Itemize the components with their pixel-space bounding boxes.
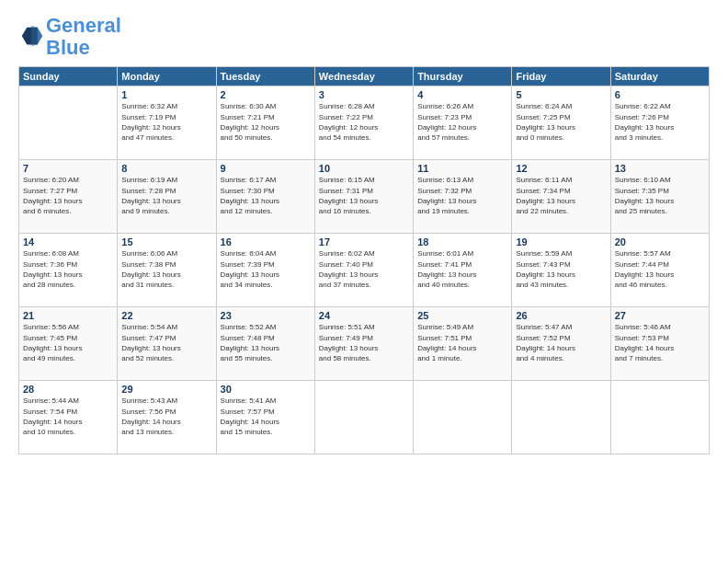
calendar-week-1: 1Sunrise: 6:32 AM Sunset: 7:19 PM Daylig…: [19, 86, 710, 160]
day-info: Sunrise: 6:32 AM Sunset: 7:19 PM Dayligh…: [121, 101, 211, 143]
calendar-cell: 29Sunrise: 5:43 AM Sunset: 7:56 PM Dayli…: [118, 381, 216, 454]
calendar-cell: 11Sunrise: 6:13 AM Sunset: 7:32 PM Dayli…: [414, 160, 512, 234]
calendar-cell: 5Sunrise: 6:24 AM Sunset: 7:25 PM Daylig…: [512, 86, 610, 160]
day-info: Sunrise: 5:57 AM Sunset: 7:44 PM Dayligh…: [615, 248, 705, 290]
calendar-cell: 25Sunrise: 5:49 AM Sunset: 7:51 PM Dayli…: [414, 307, 512, 381]
day-number: 15: [121, 236, 211, 247]
calendar-cell: 7Sunrise: 6:20 AM Sunset: 7:27 PM Daylig…: [19, 160, 118, 234]
day-number: 22: [121, 310, 211, 321]
day-info: Sunrise: 6:30 AM Sunset: 7:21 PM Dayligh…: [221, 101, 311, 143]
day-number: 4: [417, 89, 507, 100]
day-info: Sunrise: 5:41 AM Sunset: 7:57 PM Dayligh…: [221, 396, 311, 437]
calendar-cell: 20Sunrise: 5:57 AM Sunset: 7:44 PM Dayli…: [610, 234, 709, 307]
day-number: 14: [23, 236, 113, 247]
day-number: 1: [121, 89, 211, 100]
calendar-cell: 10Sunrise: 6:15 AM Sunset: 7:31 PM Dayli…: [314, 160, 413, 234]
calendar-week-2: 7Sunrise: 6:20 AM Sunset: 7:27 PM Daylig…: [19, 160, 710, 234]
calendar-week-5: 28Sunrise: 5:44 AM Sunset: 7:54 PM Dayli…: [19, 381, 710, 454]
weekday-header-tuesday: Tuesday: [216, 67, 314, 86]
calendar-cell: 18Sunrise: 6:01 AM Sunset: 7:41 PM Dayli…: [414, 234, 512, 307]
calendar-cell: 13Sunrise: 6:10 AM Sunset: 7:35 PM Dayli…: [610, 160, 709, 234]
day-info: Sunrise: 5:52 AM Sunset: 7:48 PM Dayligh…: [221, 322, 311, 363]
day-info: Sunrise: 6:28 AM Sunset: 7:22 PM Dayligh…: [319, 101, 409, 143]
calendar-header-row: SundayMondayTuesdayWednesdayThursdayFrid…: [19, 67, 710, 86]
day-info: Sunrise: 6:20 AM Sunset: 7:27 PM Dayligh…: [23, 175, 113, 216]
day-number: 8: [121, 163, 211, 174]
day-info: Sunrise: 6:15 AM Sunset: 7:31 PM Dayligh…: [319, 175, 409, 216]
day-info: Sunrise: 5:56 AM Sunset: 7:45 PM Dayligh…: [23, 322, 113, 363]
calendar-cell: 9Sunrise: 6:17 AM Sunset: 7:30 PM Daylig…: [216, 160, 314, 234]
day-number: 2: [221, 89, 311, 100]
day-info: Sunrise: 6:11 AM Sunset: 7:34 PM Dayligh…: [516, 175, 606, 216]
day-info: Sunrise: 6:24 AM Sunset: 7:25 PM Dayligh…: [516, 101, 606, 143]
calendar-cell: [19, 86, 118, 160]
day-number: 21: [23, 310, 113, 321]
day-number: 7: [23, 163, 113, 174]
day-info: Sunrise: 6:06 AM Sunset: 7:38 PM Dayligh…: [121, 248, 211, 290]
day-number: 9: [221, 163, 311, 174]
svg-marker-1: [38, 28, 43, 45]
day-number: 17: [319, 236, 409, 247]
day-number: 6: [615, 89, 705, 100]
calendar-cell: [314, 381, 413, 454]
svg-marker-2: [31, 26, 38, 46]
calendar-cell: 16Sunrise: 6:04 AM Sunset: 7:39 PM Dayli…: [216, 234, 314, 307]
calendar-cell: 21Sunrise: 5:56 AM Sunset: 7:45 PM Dayli…: [19, 307, 118, 381]
calendar-cell: 28Sunrise: 5:44 AM Sunset: 7:54 PM Dayli…: [19, 381, 118, 454]
day-number: 13: [615, 163, 705, 174]
day-info: Sunrise: 6:13 AM Sunset: 7:32 PM Dayligh…: [417, 175, 507, 216]
calendar-cell: 1Sunrise: 6:32 AM Sunset: 7:19 PM Daylig…: [118, 86, 216, 160]
logo-icon: [18, 24, 44, 50]
day-number: 19: [516, 236, 606, 247]
day-number: 30: [221, 384, 311, 395]
calendar-cell: 3Sunrise: 6:28 AM Sunset: 7:22 PM Daylig…: [314, 86, 413, 160]
calendar-cell: 24Sunrise: 5:51 AM Sunset: 7:49 PM Dayli…: [314, 307, 413, 381]
day-number: 29: [121, 384, 211, 395]
logo-text: General: [46, 15, 121, 37]
calendar-cell: 17Sunrise: 6:02 AM Sunset: 7:40 PM Dayli…: [314, 234, 413, 307]
day-info: Sunrise: 5:51 AM Sunset: 7:49 PM Dayligh…: [319, 322, 409, 363]
weekday-header-wednesday: Wednesday: [314, 67, 413, 86]
calendar-cell: 30Sunrise: 5:41 AM Sunset: 7:57 PM Dayli…: [216, 381, 314, 454]
day-info: Sunrise: 5:59 AM Sunset: 7:43 PM Dayligh…: [516, 248, 606, 290]
calendar-cell: 14Sunrise: 6:08 AM Sunset: 7:36 PM Dayli…: [19, 234, 118, 307]
calendar-cell: 2Sunrise: 6:30 AM Sunset: 7:21 PM Daylig…: [216, 86, 314, 160]
day-info: Sunrise: 5:43 AM Sunset: 7:56 PM Dayligh…: [121, 396, 211, 437]
day-number: 12: [516, 163, 606, 174]
day-number: 23: [221, 310, 311, 321]
day-number: 3: [319, 89, 409, 100]
calendar-week-3: 14Sunrise: 6:08 AM Sunset: 7:36 PM Dayli…: [19, 234, 710, 307]
calendar-cell: 26Sunrise: 5:47 AM Sunset: 7:52 PM Dayli…: [512, 307, 610, 381]
calendar-cell: [610, 381, 709, 454]
day-info: Sunrise: 6:02 AM Sunset: 7:40 PM Dayligh…: [319, 248, 409, 290]
day-info: Sunrise: 5:54 AM Sunset: 7:47 PM Dayligh…: [121, 322, 211, 363]
calendar-cell: 6Sunrise: 6:22 AM Sunset: 7:26 PM Daylig…: [610, 86, 709, 160]
day-info: Sunrise: 6:26 AM Sunset: 7:23 PM Dayligh…: [417, 101, 507, 143]
weekday-header-monday: Monday: [118, 67, 216, 86]
day-info: Sunrise: 5:47 AM Sunset: 7:52 PM Dayligh…: [516, 322, 606, 363]
day-number: 20: [615, 236, 705, 247]
day-info: Sunrise: 5:46 AM Sunset: 7:53 PM Dayligh…: [615, 322, 705, 363]
calendar-cell: 19Sunrise: 5:59 AM Sunset: 7:43 PM Dayli…: [512, 234, 610, 307]
calendar-cell: 23Sunrise: 5:52 AM Sunset: 7:48 PM Dayli…: [216, 307, 314, 381]
day-number: 26: [516, 310, 606, 321]
day-number: 16: [221, 236, 311, 247]
page-header: General Blue: [18, 15, 710, 59]
day-number: 5: [516, 89, 606, 100]
weekday-header-thursday: Thursday: [414, 67, 512, 86]
calendar-week-4: 21Sunrise: 5:56 AM Sunset: 7:45 PM Dayli…: [19, 307, 710, 381]
calendar-body: 1Sunrise: 6:32 AM Sunset: 7:19 PM Daylig…: [19, 86, 710, 454]
calendar-cell: [512, 381, 610, 454]
day-number: 28: [23, 384, 113, 395]
logo: General Blue: [18, 15, 121, 59]
day-number: 27: [615, 310, 705, 321]
day-number: 24: [319, 310, 409, 321]
day-number: 10: [319, 163, 409, 174]
calendar-table: SundayMondayTuesdayWednesdayThursdayFrid…: [18, 66, 710, 454]
day-info: Sunrise: 6:17 AM Sunset: 7:30 PM Dayligh…: [221, 175, 311, 216]
calendar-cell: 22Sunrise: 5:54 AM Sunset: 7:47 PM Dayli…: [118, 307, 216, 381]
weekday-header-sunday: Sunday: [19, 67, 118, 86]
day-info: Sunrise: 6:10 AM Sunset: 7:35 PM Dayligh…: [615, 175, 705, 216]
calendar-cell: 15Sunrise: 6:06 AM Sunset: 7:38 PM Dayli…: [118, 234, 216, 307]
calendar-cell: 8Sunrise: 6:19 AM Sunset: 7:28 PM Daylig…: [118, 160, 216, 234]
